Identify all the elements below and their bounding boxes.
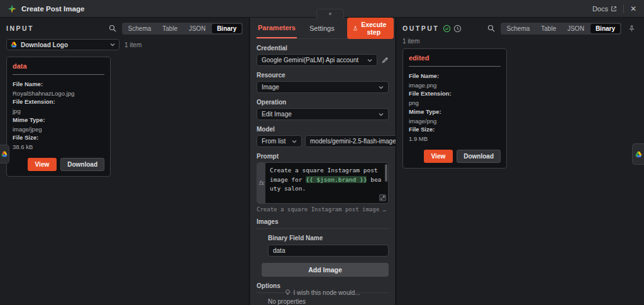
binary-field-name-input[interactable] <box>268 245 389 257</box>
google-drive-icon <box>635 151 642 158</box>
canvas-node-stub-left[interactable] <box>0 145 9 164</box>
view-button[interactable]: View <box>28 158 57 171</box>
fx-icon: fx <box>258 180 264 186</box>
canvas-node-stub-right[interactable] <box>632 143 644 165</box>
output-display-mode-tabs: Schema Table JSON Binary <box>501 23 621 35</box>
field-value: image/jpeg <box>13 125 104 134</box>
success-check-icon <box>443 25 451 33</box>
field-label: File Name: <box>409 72 501 81</box>
tab-settings[interactable]: Settings <box>308 19 336 38</box>
output-tab-schema[interactable]: Schema <box>502 24 535 33</box>
node-feedback-link[interactable]: I wish this node would... <box>250 289 395 296</box>
node-settings-panel: Parameters Settings Execute step Credent… <box>250 18 395 305</box>
output-tab-json[interactable]: JSON <box>562 24 589 33</box>
chevron-down-icon <box>110 43 115 47</box>
field-value: image.png <box>409 81 501 90</box>
credential-select[interactable]: Google Gemini(PaLM) Api account <box>257 54 377 66</box>
chevron-down-icon <box>379 86 384 89</box>
expression-preview: Create a square Instagram post image for… <box>257 206 389 213</box>
input-panel-title: INPUT <box>6 25 34 32</box>
field-value: 38.6 kB <box>13 143 104 152</box>
google-drive-icon <box>1 151 8 157</box>
tab-parameters[interactable]: Parameters <box>257 18 297 38</box>
lightbulb-icon <box>285 289 291 296</box>
google-drive-icon <box>11 42 17 48</box>
docs-link[interactable]: Docs <box>592 5 617 13</box>
chevron-down-icon <box>367 58 372 62</box>
model-mode-select[interactable]: From list <box>257 135 302 147</box>
expression-gutter: fx <box>257 163 265 203</box>
external-link-icon <box>611 6 617 12</box>
field-label: Mime Type: <box>13 116 104 125</box>
resource-select[interactable]: Image <box>257 81 389 93</box>
field-label: File Extension: <box>409 89 501 99</box>
operation-select[interactable]: Edit Image <box>257 108 389 120</box>
options-empty-text: No properties <box>268 298 389 305</box>
input-tab-binary[interactable]: Binary <box>212 24 242 33</box>
field-label: File Size: <box>13 133 104 143</box>
images-section-label: Images <box>257 218 389 229</box>
input-items-count: 1 item <box>125 42 142 48</box>
output-items-count: 1 item <box>402 38 419 45</box>
model-label: Model <box>257 126 389 133</box>
download-button[interactable]: Download <box>457 150 501 163</box>
field-value: 1.9 MB <box>409 135 501 143</box>
prompt-expression-editor[interactable]: fx Create a square Instagram post image … <box>257 162 389 204</box>
field-value: image/png <box>409 117 501 126</box>
binary-field-name-label: Binary Field Name <box>268 235 389 241</box>
output-panel-title: OUTPUT <box>402 25 439 32</box>
panel-drag-handle[interactable] <box>316 9 344 18</box>
field-label: File Extension: <box>13 97 104 107</box>
input-node-selector[interactable]: Download Logo <box>6 39 119 50</box>
credential-label: Credential <box>257 45 389 52</box>
expand-editor-icon[interactable] <box>379 194 386 201</box>
node-details-view: Create Post Image Docs ✕ INPUT Schema Ta… <box>0 0 644 305</box>
node-title: Create Post Image <box>21 5 84 13</box>
input-binary-card: data File Name: RoyalShahnazLogo.jpg Fil… <box>6 57 111 177</box>
flask-icon <box>353 25 357 31</box>
output-tab-binary[interactable]: Binary <box>591 24 620 33</box>
field-value: jpg <box>13 107 104 116</box>
field-label: File Size: <box>409 125 501 135</box>
download-button[interactable]: Download <box>60 158 104 171</box>
field-value: png <box>409 99 501 108</box>
resource-label: Resource <box>257 72 389 79</box>
input-node-selector-value: Download Logo <box>21 42 106 48</box>
view-button[interactable]: View <box>424 150 453 163</box>
field-label: Mime Type: <box>409 108 501 117</box>
run-info-icon[interactable] <box>453 25 462 33</box>
pin-data-icon[interactable] <box>625 23 638 34</box>
editor-scrollbar[interactable] <box>385 164 387 182</box>
output-binary-card: edited File Name: image.png File Extensi… <box>402 48 507 169</box>
input-panel: INPUT Schema Table JSON Binary Downl <box>0 18 250 305</box>
binary-key: edited <box>409 54 501 62</box>
edit-pencil-icon[interactable] <box>382 57 389 64</box>
field-label: File Name: <box>13 80 104 89</box>
chevron-down-icon <box>292 140 297 143</box>
input-search-icon[interactable] <box>107 23 118 34</box>
operation-label: Operation <box>257 99 389 106</box>
output-search-icon[interactable] <box>486 23 497 34</box>
execute-step-button[interactable]: Execute step <box>347 18 394 39</box>
node-logo-icon <box>8 4 16 13</box>
chevron-down-icon <box>379 113 384 116</box>
add-image-button[interactable]: Add Image <box>262 263 389 277</box>
input-tab-json[interactable]: JSON <box>184 24 211 33</box>
close-icon[interactable]: ✕ <box>630 4 636 13</box>
binary-key: data <box>13 62 104 70</box>
input-tab-table[interactable]: Table <box>157 24 182 33</box>
input-tab-schema[interactable]: Schema <box>123 24 157 33</box>
prompt-code[interactable]: Create a square Instagram post image for… <box>265 163 388 203</box>
output-panel: OUTPUT Schema Table JSON Binary <box>396 18 644 305</box>
output-tab-table[interactable]: Table <box>536 24 561 33</box>
input-display-mode-tabs: Schema Table JSON Binary <box>122 23 243 35</box>
prompt-label: Prompt <box>257 153 389 160</box>
field-value: RoyalShahnazLogo.jpg <box>13 89 104 98</box>
